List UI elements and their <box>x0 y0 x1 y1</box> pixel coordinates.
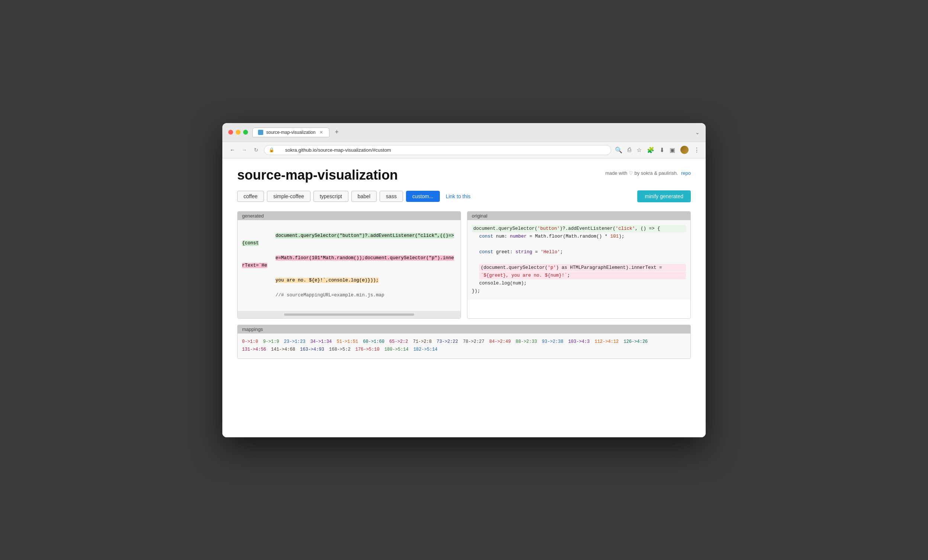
original-panel-header: original <box>467 212 690 220</box>
preset-simple-coffee-button[interactable]: simple-coffee <box>267 191 310 202</box>
original-line-6: (document.querySelector('p') as HTMLPara… <box>479 264 686 272</box>
extensions-icon[interactable]: 🧩 <box>647 146 654 154</box>
preset-toolbar: coffee simple-coffee typescript babel sa… <box>237 191 691 202</box>
active-tab[interactable]: source-map-visualization ✕ <box>252 128 330 137</box>
user-avatar[interactable] <box>681 146 688 154</box>
mappings-panel-body: 0->1:0 9->1:9 23->1:23 34->1:34 51->1:51… <box>238 334 690 359</box>
generated-line-1: document.querySelector("button")?.addEve… <box>242 233 454 253</box>
repo-link[interactable]: repo <box>681 170 691 176</box>
tab-bar: source-map-visualization ✕ + <box>252 128 691 137</box>
mapping-20[interactable]: 176->5:10 <box>356 347 380 352</box>
address-input[interactable]: 🔒 sokra.github.io/source-map-visualizati… <box>264 145 611 155</box>
preset-coffee-button[interactable]: coffee <box>237 191 264 202</box>
search-icon[interactable]: 🔍 <box>615 146 623 154</box>
generated-panel-header: generated <box>238 212 461 220</box>
lock-icon: 🔒 <box>269 147 275 153</box>
hl-orange-1: you are no. ${e}!`,console.log(e)})); <box>276 278 379 283</box>
minimize-button[interactable] <box>236 130 241 134</box>
menu-icon[interactable]: ⋮ <box>694 146 700 154</box>
page-content: source-map-visualization made with ♡ by … <box>222 159 706 437</box>
mapping-1[interactable]: 9->1:9 <box>263 339 279 344</box>
mapping-17[interactable]: 141->4:68 <box>271 347 295 352</box>
mapping-10[interactable]: 84->2:49 <box>489 339 511 344</box>
mapping-8[interactable]: 73->2:22 <box>437 339 458 344</box>
generated-line-2: e=Math.floor(101*Math.random());document… <box>242 255 454 276</box>
back-button[interactable]: ← <box>228 146 237 154</box>
mapping-3[interactable]: 34->1:34 <box>310 339 332 344</box>
bookmark-icon[interactable]: ☆ <box>636 146 642 154</box>
original-line-7: `${greet}, you are no. ${num}!`; <box>479 272 686 279</box>
mapping-9[interactable]: 78->2:27 <box>463 339 484 344</box>
mapping-16[interactable]: 131->4:56 <box>242 347 266 352</box>
title-bar: source-map-visualization ✕ + ⌄ <box>222 123 706 142</box>
url-text: sokra.github.io/source-map-visualization… <box>278 147 391 153</box>
mapping-11[interactable]: 88->2:33 <box>516 339 537 344</box>
tab-close-button[interactable]: ✕ <box>319 130 324 135</box>
preset-sass-button[interactable]: sass <box>380 191 403 202</box>
mapping-19[interactable]: 168->5:2 <box>329 347 351 352</box>
original-line-1: document.querySelector('button')?.addEve… <box>472 225 686 232</box>
window-menu-icon[interactable]: ⌄ <box>695 130 700 135</box>
mapping-0[interactable]: 0->1:0 <box>242 339 258 344</box>
original-line-3 <box>472 241 686 248</box>
close-button[interactable] <box>228 130 233 134</box>
mapping-7[interactable]: 71->2:8 <box>413 339 432 344</box>
mapping-15[interactable]: 126->4:26 <box>624 339 648 344</box>
original-line-5 <box>472 256 686 264</box>
mapping-5[interactable]: 60->1:60 <box>363 339 385 344</box>
mapping-18[interactable]: 163->4:93 <box>300 347 324 352</box>
original-line-2: const num: number = Math.floor(Math.rand… <box>479 233 686 240</box>
page-title: source-map-visualization <box>237 167 398 183</box>
hl-green-1: document.querySelector("button")?.addEve… <box>242 233 454 246</box>
address-bar: ← → ↻ 🔒 sokra.github.io/source-map-visua… <box>222 142 706 159</box>
original-panel-body[interactable]: document.querySelector('button')?.addEve… <box>467 220 690 300</box>
original-panel: original document.querySelector('button'… <box>467 211 691 319</box>
share-icon[interactable]: ⎙ <box>627 146 631 153</box>
tab-favicon-icon <box>258 130 263 135</box>
page-header: source-map-visualization made with ♡ by … <box>237 167 691 183</box>
original-line-4: const greet: string = 'Hello'; <box>479 249 686 256</box>
mapping-4[interactable]: 51->1:51 <box>336 339 358 344</box>
original-line-8: console.log(num); <box>479 280 686 287</box>
preset-custom-button[interactable]: custom... <box>406 191 440 202</box>
browser-window: source-map-visualization ✕ + ⌄ ← → ↻ 🔒 s… <box>222 123 706 437</box>
made-with-text: made with ♡ by sokra & paulirish. <box>605 170 678 176</box>
split-screen-icon[interactable]: ▣ <box>670 146 675 154</box>
hl-pink-1: e=Math.floor(101*Math.random());document… <box>242 255 454 268</box>
link-to-this-button[interactable]: Link to this <box>443 191 474 201</box>
mapping-2[interactable]: 23->1:23 <box>284 339 305 344</box>
maximize-button[interactable] <box>243 130 248 134</box>
code-panels: generated document.querySelector("button… <box>237 211 691 319</box>
preset-typescript-button[interactable]: typescript <box>313 191 348 202</box>
scrollbar-container[interactable] <box>238 311 461 318</box>
tab-title: source-map-visualization <box>266 130 316 135</box>
mappings-panel-header: mappings <box>238 325 690 334</box>
mapping-12[interactable]: 93->2:38 <box>542 339 564 344</box>
mapping-21[interactable]: 180->5:14 <box>385 347 409 352</box>
traffic-lights <box>228 130 248 134</box>
reload-button[interactable]: ↻ <box>252 146 260 154</box>
mappings-panel: mappings 0->1:0 9->1:9 23->1:23 34->1:34… <box>237 325 691 359</box>
generated-panel-body[interactable]: document.querySelector("button")?.addEve… <box>238 220 461 311</box>
preset-babel-button[interactable]: babel <box>351 191 377 202</box>
minify-button[interactable]: minify generated <box>637 191 691 202</box>
mapping-14[interactable]: 112->4:12 <box>594 339 619 344</box>
forward-button[interactable]: → <box>240 146 248 154</box>
mapping-6[interactable]: 65->2:2 <box>389 339 408 344</box>
generated-panel: generated document.querySelector("button… <box>237 211 461 319</box>
new-tab-button[interactable]: + <box>333 128 341 137</box>
toolbar-icons: 🔍 ⎙ ☆ 🧩 ⬇ ▣ ⋮ <box>615 146 700 154</box>
download-icon[interactable]: ⬇ <box>659 146 664 154</box>
mapping-22[interactable]: 182->5:14 <box>414 347 438 352</box>
horizontal-scrollbar[interactable] <box>284 313 414 316</box>
generated-line-4: //# sourceMappingURL=example.min.js.map <box>242 293 385 305</box>
generated-line-3: you are no. ${e}!`,console.log(e)})); <box>242 278 379 290</box>
original-line-9: }); <box>472 287 686 295</box>
mapping-13[interactable]: 103->4:3 <box>568 339 590 344</box>
